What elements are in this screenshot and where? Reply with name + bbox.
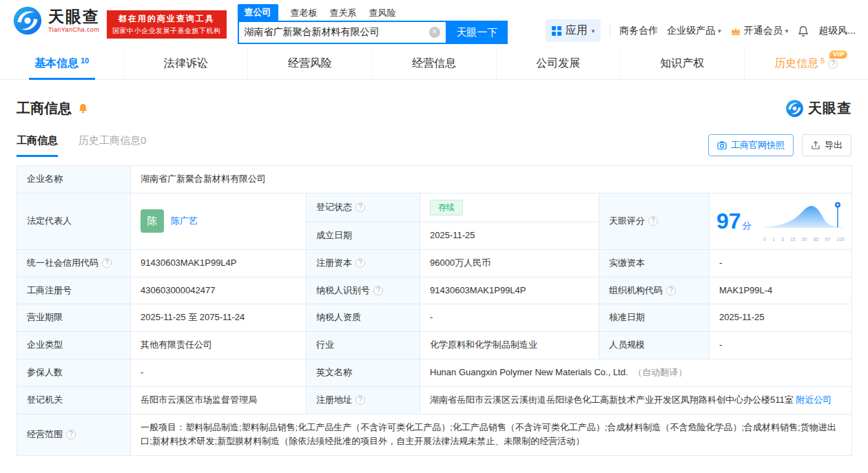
reg-address-cell: 湖南省岳阳市云溪区云溪街道岳阳绿色化工高新技术产业开发区凤翔路科创中心办公楼51… (420, 386, 852, 414)
reg-authority-value: 岳阳市云溪区市场监督管理局 (131, 386, 307, 414)
score-chart: 0 1 3 15 50 85 97 100 (763, 200, 845, 243)
table-row: 企业类型 其他有限责任公司 行业 化学原料和化学制品制造业 人员规模 - (17, 332, 852, 359)
insured-count-value: - (131, 359, 307, 386)
axis-tick: 1 (772, 235, 775, 243)
tab-label: 知识产权 (660, 56, 704, 71)
business-scope-value: 一般项目：塑料制品制造;塑料制品销售;化工产品生产（不含许可类化工产品）;化工产… (131, 414, 852, 456)
menu-open-vip[interactable]: 开通会员 ▾ (730, 25, 789, 37)
label-text: 行业 (316, 339, 334, 350)
label-text: 英文名称 (316, 367, 352, 377)
help-icon[interactable]: ? (102, 258, 112, 268)
help-icon[interactable]: ? (828, 59, 838, 69)
label-taxpayer-id: 纳税人识别号? (307, 277, 420, 304)
tab-history-info[interactable]: VIP 历史信息 5 ? (745, 48, 868, 79)
label-credit-code: 统一社会信用代码? (17, 249, 131, 277)
apps-grid-icon (552, 26, 561, 36)
auto-translate-note: （自动翻译） (633, 367, 687, 377)
search-input[interactable] (239, 27, 429, 38)
label-reg-address: 注册地址? (307, 386, 420, 414)
page: 天眼查 TianYanCha.com 都在用的商业查询工具 国家中小企业发展子基… (0, 0, 868, 456)
help-icon[interactable]: ? (66, 430, 76, 439)
menu-enterprise[interactable]: 企业级产品 ▾ (667, 25, 721, 37)
caret-down-icon: ▾ (785, 28, 789, 34)
tab-label: 公司发展 (536, 56, 580, 71)
help-icon[interactable]: ? (648, 216, 658, 226)
tab-label: 经营信息 (412, 56, 456, 71)
label-text: 法定代表人 (27, 216, 72, 226)
subtab-business-info[interactable]: 工商信息 (17, 134, 58, 157)
label-text: 纳税人资质 (316, 312, 361, 322)
nearby-companies-link[interactable]: 附近公司 (796, 395, 831, 405)
tab-count: 5 (820, 56, 825, 65)
label-company-name: 企业名称 (17, 166, 131, 193)
axis-tick: 85 (814, 235, 819, 243)
search-button[interactable]: 天眼一下 (447, 21, 508, 44)
page-title: 工商信息 (17, 99, 72, 118)
label-text: 纳税人识别号 (316, 285, 370, 295)
axis-tick: 15 (790, 235, 796, 243)
help-icon[interactable]: ? (355, 395, 365, 405)
org-code-value: MAK1P99L-4 (710, 277, 852, 304)
label-text: 工商注册号 (27, 285, 72, 295)
tab-company-development[interactable]: 公司发展 (497, 48, 621, 79)
tianyancha-logo[interactable]: 天眼查 TianYanCha.com (12, 6, 100, 36)
label-text: 组织机构代码 (609, 285, 663, 295)
search-tab-relation[interactable]: 查关系 (330, 7, 357, 21)
tab-operating-risk[interactable]: 经营风险 (248, 48, 372, 79)
notification-bell-icon[interactable] (797, 25, 809, 37)
logo-brand-text: 天眼查 (48, 8, 100, 25)
company-type-value: 其他有限责任公司 (131, 332, 307, 359)
legal-rep-cell: 陈 陈广艺 (131, 193, 307, 249)
tab-intellectual-property[interactable]: 知识产权 (621, 48, 745, 79)
tab-basic-info[interactable]: 基本信息 10 (0, 48, 124, 79)
taxpayer-id-value: 91430603MAK1P99L4P (420, 277, 599, 304)
search-tab-boss[interactable]: 查老板 (291, 7, 318, 21)
label-reg-status: 登记状态? (307, 193, 420, 222)
reg-address-value: 湖南省岳阳市云溪区云溪街道岳阳绿色化工高新技术产业开发区凤翔路科创中心办公楼51… (430, 395, 794, 405)
tab-business-info[interactable]: 经营信息 (372, 48, 496, 79)
menu-cooperation[interactable]: 商务合作 (619, 25, 658, 37)
label-legal-rep: 法定代表人 (17, 193, 131, 249)
help-icon[interactable]: ? (666, 286, 676, 295)
search-tab-company[interactable]: 查公司 (238, 4, 278, 21)
export-icon (811, 140, 820, 150)
business-info-table: 企业名称 湖南省广新聚合新材料有限公司 法定代表人 陈 陈广艺 登记状态? (17, 165, 852, 456)
approval-date-value: 2025-11-25 (710, 304, 852, 332)
apps-menu[interactable]: 应用 ▾ (546, 19, 601, 42)
legal-rep-avatar[interactable]: 陈 (141, 209, 164, 233)
table-row: 经营范围? 一般项目：塑料制品制造;塑料制品销售;化工产品生产（不含许可类化工产… (17, 414, 852, 456)
label-text: 企业名称 (27, 174, 63, 184)
menu-super-risk[interactable]: 超级风... (818, 25, 856, 37)
axis-tick: 3 (781, 235, 784, 243)
reg-status-cell: 存续 (420, 193, 599, 222)
tab-lawsuits[interactable]: 法律诉讼 (124, 48, 248, 79)
caret-down-icon: ▾ (592, 28, 595, 34)
monitor-bell-icon[interactable] (77, 103, 89, 114)
table-row: 法定代表人 陈 陈广艺 登记状态? 存续 天眼评分? (17, 193, 852, 222)
label-text: 核准日期 (609, 312, 645, 322)
label-company-type: 企业类型 (17, 332, 131, 359)
label-text: 登记机关 (27, 395, 63, 405)
label-business-term: 营业期限 (17, 304, 131, 332)
legal-rep-link[interactable]: 陈广艺 (171, 214, 198, 229)
table-row: 统一社会信用代码? 91430603MAK1P99L4P 注册资本? 96000… (17, 249, 852, 277)
help-icon[interactable]: ? (355, 258, 365, 268)
subtab-history-business-info[interactable]: 历史工商信息0 (79, 134, 146, 157)
tab-label: 基本信息 (34, 56, 79, 71)
section-heading: 工商信息 天眼查 (17, 99, 851, 118)
label-text: 营业期限 (27, 312, 63, 322)
search-tab-risk[interactable]: 查风险 (369, 7, 396, 21)
label-text: 人员规模 (609, 339, 645, 350)
label-establish-date: 成立日期 (307, 222, 420, 249)
help-icon[interactable]: ? (355, 202, 365, 212)
label-business-scope: 经营范围? (17, 414, 131, 456)
clear-icon[interactable]: × (429, 27, 440, 38)
official-snapshot-button[interactable]: 工商官网快照 (708, 134, 794, 156)
english-name-cell: Hunan Guangxin Polymer New Materials Co.… (420, 359, 852, 386)
axis-tick: 50 (802, 235, 807, 243)
export-button[interactable]: 导出 (802, 134, 851, 156)
label-text: 注册地址 (316, 395, 352, 405)
table-row: 企业名称 湖南省广新聚合新材料有限公司 (17, 166, 852, 193)
help-icon[interactable]: ? (373, 286, 383, 295)
english-name-value: Hunan Guangxin Polymer New Materials Co.… (430, 367, 628, 377)
